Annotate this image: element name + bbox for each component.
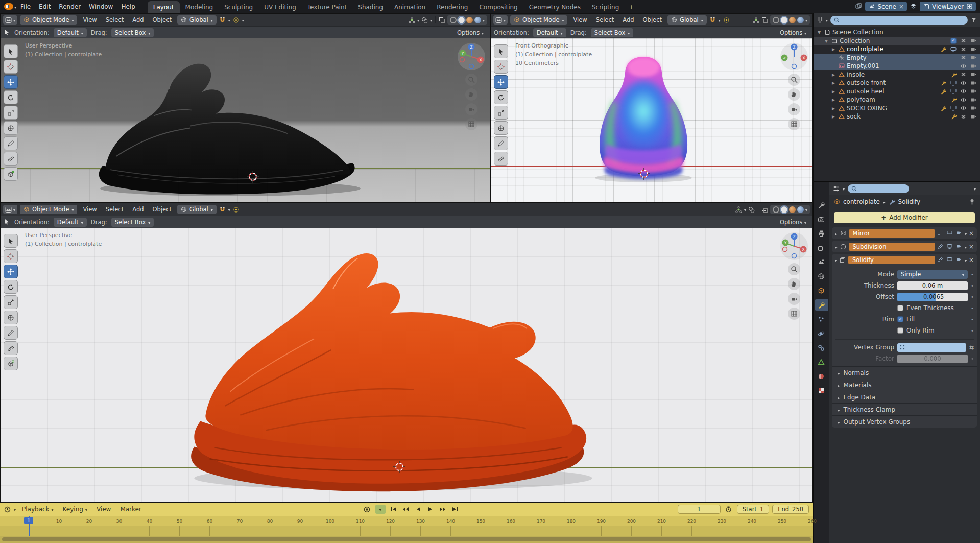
tab-rendering[interactable]: Rendering (431, 1, 473, 13)
menu-marker[interactable]: Marker (117, 505, 144, 514)
tab-object[interactable] (815, 285, 828, 296)
tool-transform[interactable] (4, 121, 18, 135)
expand-arrow-icon[interactable]: ▸ (831, 113, 836, 120)
outliner-row-controlplate[interactable]: ▸ controlplate (814, 45, 980, 54)
menu-help[interactable]: Help (117, 2, 139, 12)
pan-hand-icon[interactable] (465, 88, 477, 101)
properties-search-input[interactable] (848, 184, 909, 193)
shading-material-icon[interactable] (466, 17, 473, 23)
shading-material-icon[interactable] (789, 17, 796, 23)
overlays-icon[interactable] (748, 206, 755, 213)
zoom-icon[interactable] (465, 74, 477, 86)
pan-hand-icon[interactable] (788, 278, 800, 290)
tab-world[interactable] (815, 271, 828, 282)
menu-select[interactable]: Select (103, 205, 127, 214)
eye-icon[interactable] (960, 105, 967, 111)
expand-chevron-icon[interactable] (835, 230, 838, 237)
tool-scale[interactable] (4, 106, 18, 120)
camera-render-icon[interactable] (970, 46, 977, 53)
show-gizmo-icon[interactable] (753, 17, 759, 23)
shading-solid-icon[interactable] (781, 17, 787, 23)
menu-add[interactable]: Add (129, 15, 147, 25)
menu-window[interactable]: Window (85, 2, 117, 12)
tool-cursor[interactable] (494, 60, 508, 74)
zoom-icon[interactable] (788, 263, 800, 275)
camera-render-icon[interactable] (970, 113, 977, 120)
tab-shading[interactable]: Shading (352, 1, 389, 13)
outliner-row-polyfoam[interactable]: ▸ polyfoam (814, 96, 980, 104)
tool-annotate[interactable] (4, 136, 18, 150)
breadcrumb-modifier[interactable]: Solidify (898, 198, 921, 205)
rim-fill-checkbox[interactable] (897, 316, 903, 322)
menu-add[interactable]: Add (619, 15, 637, 25)
end-frame-field[interactable]: End250 (772, 505, 809, 514)
extras-chevron-icon[interactable] (965, 256, 967, 264)
outliner-row-collection[interactable]: ▾ Collection (814, 37, 980, 45)
menu-file[interactable]: File (16, 2, 35, 12)
jump-to-start-button[interactable] (389, 505, 399, 514)
section-output-vertex-groups[interactable]: Output Vertex Groups (832, 415, 977, 428)
camera-render-icon[interactable] (970, 37, 977, 44)
solidify-mode-dropdown[interactable]: Simple (897, 270, 968, 279)
modifier-name-field[interactable]: Subdivision (849, 243, 935, 251)
tool-rotate[interactable] (4, 90, 18, 104)
pan-hand-icon[interactable] (788, 88, 800, 101)
menu-view[interactable]: View (570, 15, 590, 25)
section-thickness-clamp[interactable]: Thickness Clamp (832, 403, 977, 415)
tool-transform[interactable] (494, 121, 508, 135)
collapse-chevron-icon[interactable] (835, 256, 837, 264)
outliner-row-empty-001[interactable]: Empty.001 (814, 62, 980, 70)
menu-object[interactable]: Object (150, 205, 175, 214)
tool-measure[interactable] (494, 152, 508, 166)
proportional-edit-icon[interactable] (723, 17, 730, 23)
tool-add-primitive[interactable] (4, 357, 18, 370)
xray-toggle-icon[interactable] (761, 17, 768, 23)
eye-icon[interactable] (960, 113, 967, 120)
tool-transform[interactable] (4, 311, 18, 324)
tool-move[interactable] (494, 75, 508, 89)
shading-chevron-icon[interactable] (805, 16, 807, 23)
scene-browse-icon[interactable] (855, 3, 862, 10)
auto-keying-record-button[interactable] (362, 505, 372, 514)
even-thickness-checkbox[interactable] (897, 305, 903, 311)
zoom-icon[interactable] (788, 74, 800, 86)
modifier-header[interactable]: Subdivision (832, 241, 977, 252)
snap-chevron-icon[interactable] (719, 16, 721, 23)
snap-chevron-icon[interactable] (228, 16, 230, 23)
tool-annotate[interactable] (4, 326, 18, 340)
options-dropdown[interactable]: Options (777, 218, 809, 227)
render-toggle-icon[interactable] (955, 256, 963, 264)
edit-mode-toggle-icon[interactable] (937, 243, 944, 250)
auto-keying-options-button[interactable] (375, 505, 386, 514)
snap-chevron-icon[interactable] (228, 206, 230, 213)
camera-view-icon[interactable] (788, 293, 800, 305)
tab-scene[interactable] (815, 256, 828, 268)
expand-arrow-icon[interactable]: ▸ (831, 71, 836, 78)
axis-gizmo[interactable]: Z X -Y (780, 42, 808, 71)
menu-add[interactable]: Add (129, 205, 147, 214)
drag-value-dropdown[interactable]: Select Box (591, 28, 634, 37)
jump-to-end-button[interactable] (450, 505, 460, 514)
scene-selector[interactable]: Scene (865, 2, 907, 11)
proportional-edit-icon[interactable] (233, 206, 240, 213)
only-rim-checkbox[interactable] (897, 327, 903, 334)
properties-editor-type-icon[interactable] (833, 185, 840, 192)
tab-tool[interactable] (815, 199, 828, 210)
shading-wireframe-icon[interactable] (773, 17, 779, 23)
start-frame-field[interactable]: Start1 (737, 505, 769, 514)
use-preview-range-icon[interactable] (724, 505, 734, 514)
filter-icon[interactable] (970, 17, 977, 23)
options-dropdown[interactable]: Options (454, 28, 487, 37)
active-tool-icon[interactable] (4, 29, 10, 36)
blender-logo-icon[interactable] (4, 3, 13, 10)
camera-view-icon[interactable] (788, 103, 800, 115)
new-view-layer-icon[interactable] (966, 3, 973, 10)
outliner-row-insole[interactable]: ▸ insole (814, 70, 980, 79)
timeline-editor-type-icon[interactable] (4, 506, 11, 513)
camera-render-icon[interactable] (970, 71, 977, 78)
menu-render[interactable]: Render (55, 2, 85, 12)
camera-render-icon[interactable] (970, 105, 977, 111)
snap-magnet-icon[interactable] (219, 206, 226, 213)
edit-mode-toggle-icon[interactable] (937, 256, 944, 264)
tool-cursor[interactable] (4, 249, 18, 263)
